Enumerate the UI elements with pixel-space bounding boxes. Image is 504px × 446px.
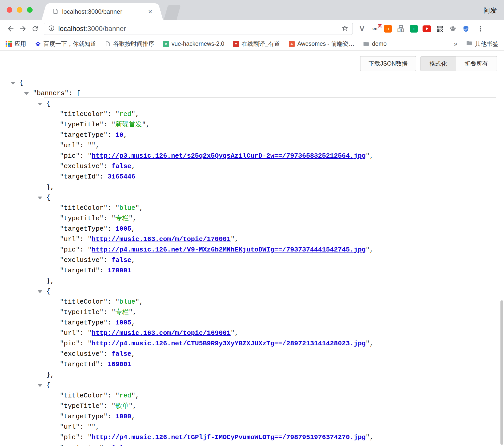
json-line-text: },	[46, 371, 54, 379]
json-url-link[interactable]: http://p3.music.126.net/s25q2x5QyqsAzilC…	[92, 152, 366, 160]
bookmark-awesomes[interactable]: AAwesomes - 前端资…	[289, 40, 355, 48]
scrollbar-thumb[interactable]	[500, 300, 503, 445]
tampermonkey-icon[interactable]: T	[409, 24, 418, 33]
json-line-text: "titleColor": "red",	[60, 392, 139, 399]
collapse-triangle-icon[interactable]	[11, 82, 15, 85]
json-line-text: "exclusive": false,	[60, 350, 135, 358]
json-line-text: "typeTitle": "专栏",	[60, 308, 137, 316]
reload-icon[interactable]	[29, 23, 41, 35]
collapse-triangle-icon[interactable]	[38, 103, 42, 106]
bookmark-baidu[interactable]: 百度一下，你就知道	[35, 40, 96, 48]
json-line: "url": "",	[0, 140, 504, 151]
format-collapse-group: 格式化 折叠所有	[421, 56, 497, 71]
bookmark-label: 在线翻译_有道	[242, 40, 280, 48]
json-line: "banners": [	[0, 88, 504, 99]
paw-icon[interactable]	[448, 24, 457, 33]
security-shield-icon[interactable]	[461, 24, 470, 33]
json-line: "typeTitle": "专栏",	[0, 307, 504, 318]
vimium-icon[interactable]: V	[357, 24, 367, 33]
json-url-link[interactable]: http://p4.music.126.net/tGPljf-IMOCyPvum…	[92, 434, 366, 441]
json-line: "exclusive": false,	[0, 443, 504, 446]
json-line-text: "exclusive": false,	[60, 256, 135, 264]
bookmark-label: vue-hackernews-2.0	[172, 40, 224, 47]
youtube-icon[interactable]	[422, 24, 431, 33]
json-line: },	[0, 182, 504, 192]
bookmark-label: demo	[372, 40, 387, 47]
bookmark-items: 应用百度一下，你就知道谷歌按时间排序Vvue-hackernews-2.0Y在线…	[6, 40, 387, 48]
bookmark-label: 百度一下，你就知道	[44, 40, 96, 48]
collapse-triangle-icon[interactable]	[38, 384, 42, 387]
tab-close-icon[interactable]: ×	[148, 8, 152, 15]
tab-strip: localhost:3000/banner × 阿发	[0, 0, 504, 20]
org-chart-icon[interactable]: 品	[396, 24, 405, 33]
json-line: "pic": "http://p4.music.126.net/CTU5B9R9…	[0, 338, 504, 349]
json-line-text: },	[46, 277, 54, 285]
url-text[interactable]: localhost:3000/banner	[58, 25, 341, 33]
json-url-link[interactable]: http://p4.music.126.net/V9-MXz6b2MNhEKju…	[92, 246, 366, 254]
json-line-text: "targetId": 3165446	[60, 173, 135, 181]
json-line: "targetType": 1005,	[0, 224, 504, 234]
collapse-triangle-icon[interactable]	[38, 290, 42, 293]
json-line: {	[0, 380, 504, 391]
browser-menu-icon[interactable]	[474, 23, 487, 35]
bookmark-label: 谷歌按时间排序	[113, 40, 154, 48]
tab-title: localhost:3000/banner	[62, 8, 146, 15]
format-button[interactable]: 格式化	[421, 56, 456, 71]
json-line-text: "url": "",	[60, 142, 100, 149]
json-url-link[interactable]: http://p4.music.126.net/CTU5B9R9y3XyYBZX…	[92, 340, 366, 347]
other-bookmarks-label: 其他书签	[475, 40, 498, 48]
download-json-button[interactable]: 下载JSON数据	[360, 56, 416, 71]
json-line: {	[0, 99, 504, 109]
json-line: "titleColor": "blue",	[0, 203, 504, 213]
profile-name[interactable]: 阿发	[484, 6, 497, 15]
json-line-text: {	[19, 79, 23, 87]
json-url-link[interactable]: http://music.163.com/m/topic/170001	[92, 235, 231, 243]
bookmarks-overflow-chevron[interactable]: »	[454, 40, 457, 48]
json-line: {	[0, 286, 504, 297]
json-line-text: {	[46, 100, 50, 108]
window-close-button[interactable]	[7, 7, 12, 13]
json-object: {"titleColor": "blue","typeTitle": "专栏",…	[0, 192, 504, 286]
json-object: {"titleColor": "blue","typeTitle": "专栏",…	[0, 286, 504, 380]
browser-tab[interactable]: localhost:3000/banner ×	[48, 3, 156, 20]
window-minimize-button[interactable]	[17, 7, 22, 13]
collapse-all-button[interactable]: 折叠所有	[456, 56, 497, 71]
json-line: "typeTitle": "专栏",	[0, 213, 504, 224]
json-object: {"titleColor": "red","typeTitle": "歌单","…	[0, 380, 504, 446]
json-line: "pic": "http://p4.music.126.net/tGPljf-I…	[0, 432, 504, 443]
json-line-text: "titleColor": "red",	[60, 110, 139, 118]
json-url-link[interactable]: http://music.163.com/m/topic/169001	[92, 329, 231, 337]
page-info-icon[interactable]	[48, 25, 55, 33]
window-zoom-button[interactable]	[27, 7, 33, 13]
json-line: "pic": "http://p3.music.126.net/s25q2x5Q…	[0, 151, 504, 161]
json-line-text: "targetType": 1000,	[60, 413, 135, 420]
bookmark-vue-hackernews[interactable]: Vvue-hackernews-2.0	[163, 40, 224, 47]
json-line: "targetId": 169001	[0, 359, 504, 370]
json-line-text: "pic": "http://p4.music.126.net/tGPljf-I…	[60, 434, 374, 441]
json-line: "pic": "http://p4.music.126.net/V9-MXz6b…	[0, 245, 504, 255]
bookmark-label: Awesomes - 前端资…	[297, 40, 355, 48]
translate-pen-icon[interactable]: en英	[370, 24, 380, 33]
folder-icon	[466, 40, 472, 48]
bookmark-apps[interactable]: 应用	[6, 40, 26, 48]
json-line: "titleColor": "red",	[0, 391, 504, 401]
bookmark-demo-folder[interactable]: demo	[363, 40, 387, 47]
json-line-text: "pic": "http://p3.music.126.net/s25q2x5Q…	[60, 152, 374, 160]
collapse-triangle-icon[interactable]	[24, 92, 29, 95]
other-bookmarks[interactable]: 其他书签	[466, 40, 498, 48]
browser-toolbar: localhost:3000/banner Ven英FE品T	[0, 20, 504, 37]
back-icon[interactable]	[5, 23, 17, 35]
bookmark-star-icon[interactable]	[341, 25, 348, 33]
json-line: "exclusive": false,	[0, 161, 504, 172]
new-tab-button[interactable]	[164, 5, 181, 20]
qr-code-icon[interactable]	[435, 24, 444, 33]
apps-grid-icon	[6, 41, 12, 47]
address-bar[interactable]: localhost:3000/banner	[44, 23, 353, 35]
fe-helper-icon[interactable]: FE	[383, 24, 393, 33]
bookmark-google-time-sort[interactable]: 谷歌按时间排序	[105, 40, 154, 48]
collapse-triangle-icon[interactable]	[38, 197, 42, 199]
json-line: "exclusive": false,	[0, 255, 504, 265]
json-line: "typeTitle": "新碟首发",	[0, 120, 504, 130]
bookmark-youdao-translate[interactable]: Y在线翻译_有道	[233, 40, 280, 48]
forward-icon[interactable]	[17, 23, 29, 35]
